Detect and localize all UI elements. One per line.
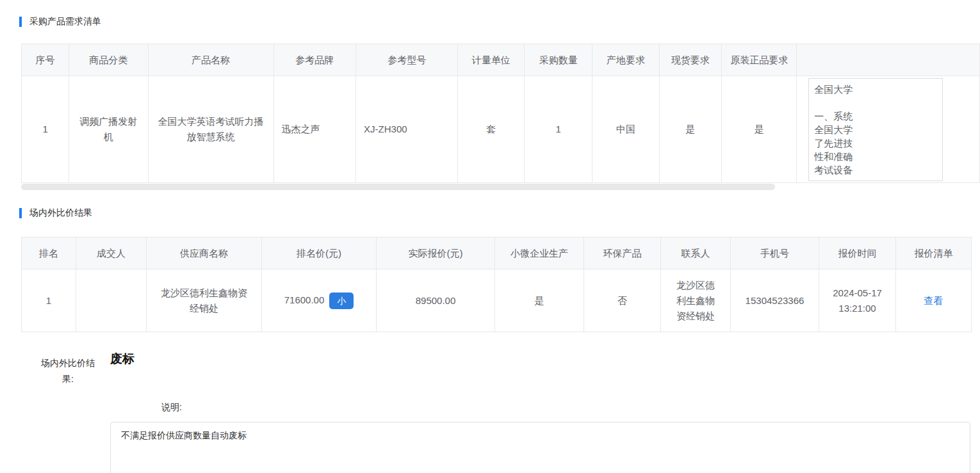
col-product-name: 产品名称: [148, 44, 274, 76]
col-seq: 序号: [22, 44, 69, 76]
col-stock: 现货要求: [659, 44, 721, 76]
detail-line: 全国大学: [814, 123, 937, 136]
note-label: 说明:: [161, 402, 182, 413]
view-quote-link[interactable]: 查看: [924, 295, 943, 306]
col-eco-product: 环保产品: [584, 237, 661, 269]
small-enterprise-badge: 小: [329, 293, 354, 309]
col-rank: 排名: [22, 237, 76, 269]
cell-phone: 15304523366: [731, 269, 819, 332]
cell-description: 全国大学 一、系统 全国大学 了先进技 性和准确 考试设备: [797, 76, 980, 183]
col-genuine: 原装正品要求: [722, 44, 797, 76]
cell-seq: 1: [22, 76, 69, 183]
col-quote-time: 报价时间: [819, 237, 896, 269]
cell-category: 调频广播发射机: [69, 76, 148, 183]
col-contact: 联系人: [661, 237, 731, 269]
cell-supplier: 龙沙区德利生鑫物资经销处: [147, 269, 262, 332]
col-small-micro: 小微企业生产: [495, 237, 584, 269]
col-actual-price: 实际报价(元): [377, 237, 495, 269]
cell-actual-price: 89500.00: [377, 269, 495, 332]
col-ref-brand: 参考品牌: [274, 44, 355, 76]
product-table-header-row: 序号 商品分类 产品名称 参考品牌 参考型号 计量单位 采购数量 产地要求 现货…: [22, 44, 980, 76]
col-category: 商品分类: [69, 44, 148, 76]
price-table-header-row: 排名 成交人 供应商名称 排名价(元) 实际报价(元) 小微企业生产 环保产品 …: [22, 237, 972, 269]
cell-rank: 1: [22, 269, 76, 332]
note-textarea[interactable]: 不满足报价供应商数量自动废标: [110, 422, 970, 473]
col-quote-list: 报价清单: [896, 237, 972, 269]
product-detail-textbox[interactable]: 全国大学 一、系统 全国大学 了先进技 性和准确 考试设备: [808, 78, 943, 181]
cell-winner: [76, 269, 147, 332]
cell-origin: 中国: [592, 76, 660, 183]
comparison-result-value: 废标: [110, 351, 135, 367]
cell-genuine: 是: [722, 76, 797, 183]
col-extra: [797, 44, 980, 76]
horizontal-scrollbar-thumb[interactable]: [21, 184, 775, 190]
product-table-row: 1 调频广播发射机 全国大学英语考试听力播放智慧系统 迅杰之声 XJ-ZH300…: [22, 76, 980, 183]
cell-product-name: 全国大学英语考试听力播放智慧系统: [148, 76, 274, 183]
col-winner: 成交人: [76, 237, 147, 269]
section-title-text: 采购产品需求清单: [29, 16, 101, 28]
col-ref-model: 参考型号: [356, 44, 458, 76]
cell-contact: 龙沙区德利生鑫物资经销处: [661, 269, 731, 332]
cell-eco-product: 否: [584, 269, 661, 332]
section-title-price-comparison: 场内外比价结果: [19, 207, 92, 219]
section-title-text: 场内外比价结果: [29, 207, 92, 219]
detail-line: 了先进技: [814, 136, 937, 150]
price-comparison-table: 排名 成交人 供应商名称 排名价(元) 实际报价(元) 小微企业生产 环保产品 …: [21, 237, 972, 332]
price-table-row: 1 龙沙区德利生鑫物资经销处 71600.00小 89500.00 是 否 龙沙…: [22, 269, 972, 332]
col-unit: 计量单位: [458, 44, 525, 76]
col-quantity: 采购数量: [525, 44, 592, 76]
section-title-procurement-list: 采购产品需求清单: [19, 16, 101, 28]
rank-price-value: 71600.00: [284, 295, 325, 306]
product-table-viewport: 序号 商品分类 产品名称 参考品牌 参考型号 计量单位 采购数量 产地要求 现货…: [21, 44, 980, 183]
detail-line: 一、系统: [814, 109, 937, 123]
detail-line: 全国大学: [814, 83, 937, 96]
cell-ref-brand: 迅杰之声: [274, 76, 355, 183]
cell-ref-model: XJ-ZH300: [356, 76, 458, 183]
col-supplier: 供应商名称: [147, 237, 262, 269]
cell-small-micro: 是: [495, 269, 584, 332]
comparison-result-label: 场内外比价结果:: [37, 355, 99, 387]
cell-quote-list: 查看: [896, 269, 972, 332]
cell-stock: 是: [659, 76, 721, 183]
cell-rank-price: 71600.00小: [262, 269, 377, 332]
detail-line: 性和准确: [814, 150, 937, 163]
cell-unit: 套: [458, 76, 525, 183]
blue-bar-icon: [19, 208, 22, 218]
col-rank-price: 排名价(元): [262, 237, 377, 269]
product-requirements-table: 序号 商品分类 产品名称 参考品牌 参考型号 计量单位 采购数量 产地要求 现货…: [21, 44, 980, 183]
cell-quote-time: 2024-05-17 13:21:00: [819, 269, 896, 332]
detail-line: 考试设备: [814, 163, 937, 177]
col-phone: 手机号: [731, 237, 819, 269]
cell-quantity: 1: [525, 76, 592, 183]
col-origin: 产地要求: [592, 44, 660, 76]
detail-line: [814, 96, 937, 109]
blue-bar-icon: [19, 17, 22, 27]
